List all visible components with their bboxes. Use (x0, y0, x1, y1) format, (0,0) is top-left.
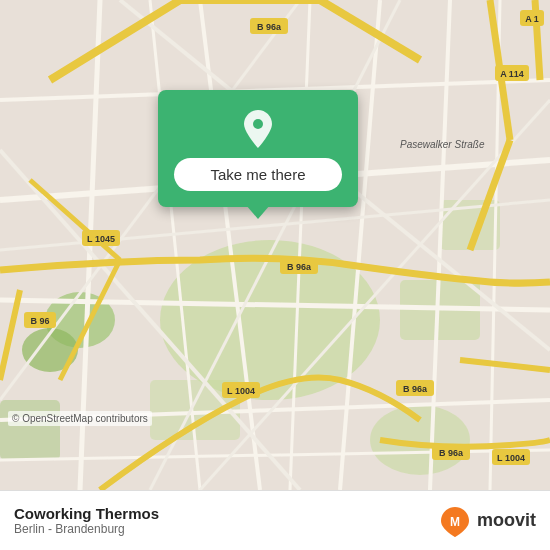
svg-point-60 (253, 119, 263, 129)
bottom-bar: Coworking Thermos Berlin - Brandenburg M… (0, 490, 550, 550)
popup-card: Take me there (158, 90, 358, 207)
svg-text:A 1: A 1 (525, 14, 539, 24)
svg-rect-7 (0, 400, 60, 460)
svg-text:B 96a: B 96a (403, 384, 428, 394)
moovit-text: moovit (477, 510, 536, 531)
moovit-icon: M (439, 505, 471, 537)
svg-text:B 96a: B 96a (287, 262, 312, 272)
map-container: B 96a A 1 A 114 B 95a Pasewalker Straße … (0, 0, 550, 490)
osm-credit: © OpenStreetMap contributors (8, 411, 152, 426)
svg-text:A 114: A 114 (500, 69, 524, 79)
moovit-logo: M moovit (439, 505, 536, 537)
place-info: Coworking Thermos Berlin - Brandenburg (14, 505, 159, 536)
location-pin-icon (236, 106, 280, 150)
svg-text:B 96a: B 96a (257, 22, 282, 32)
svg-text:B 96a: B 96a (439, 448, 464, 458)
svg-text:L 1004: L 1004 (227, 386, 255, 396)
svg-text:M: M (450, 515, 460, 529)
place-region: Berlin - Brandenburg (14, 522, 159, 536)
place-name: Coworking Thermos (14, 505, 159, 522)
svg-text:B 96: B 96 (30, 316, 49, 326)
svg-text:Pasewalker Straße: Pasewalker Straße (400, 139, 485, 150)
svg-text:L 1045: L 1045 (87, 234, 115, 244)
svg-text:L 1004: L 1004 (497, 453, 525, 463)
take-me-there-button[interactable]: Take me there (174, 158, 342, 191)
